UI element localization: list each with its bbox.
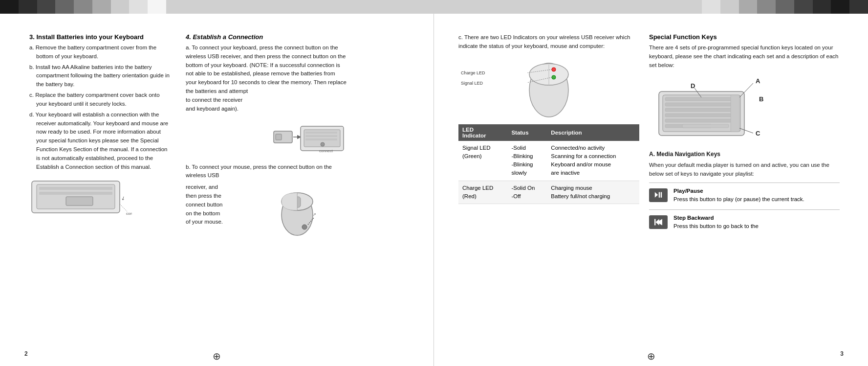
svg-rect-4: [39, 192, 112, 195]
section3-item-d: d. Your keyboard will establish a connec…: [29, 111, 171, 172]
media-nav-title: A. Media Navigation Keys: [649, 150, 840, 159]
color-swatches-right: [702, 0, 868, 14]
step-backward-svg: [653, 218, 663, 226]
section4-column: 4. Establish a Connection a. To connect …: [186, 33, 347, 241]
swatch: [794, 0, 813, 14]
table-row: Charge LED(Red) -Solid On-Off Charging m…: [458, 181, 639, 204]
swatch: [148, 0, 166, 14]
section4-title: 4. Establish a Connection: [186, 33, 347, 41]
step-backward-key: Step Backward Press this button to go ba…: [649, 209, 840, 235]
special-function-title: Special Function Keys: [649, 33, 840, 41]
svg-point-22: [302, 225, 307, 229]
svg-point-29: [552, 75, 556, 79]
play-pause-text: Play/Pause Press this button to play (or…: [673, 187, 804, 204]
play-pause-label: Play/Pause: [673, 187, 804, 195]
led-desc-charge: Charging mouseBattery full/not charging: [547, 181, 639, 204]
svg-rect-3: [39, 187, 112, 190]
svg-text:Signal LED: Signal LED: [461, 81, 483, 86]
svg-text:connect: connect: [319, 149, 333, 153]
svg-text:B: B: [759, 95, 763, 103]
keyboard-abcd-svg: A B C D: [649, 74, 766, 143]
section4-item-a: a. To connect your keyboard, press the c…: [186, 44, 347, 114]
left-page-columns: 3. Install Batteries into your Keyboard …: [29, 33, 409, 241]
svg-rect-37: [665, 103, 738, 106]
led-indicator-signal: Signal LED(Green): [458, 141, 507, 181]
mouse-connect-area: receiver, andthen press theconnect butto…: [186, 183, 347, 241]
svg-line-44: [739, 83, 753, 97]
swatch: [849, 0, 868, 14]
svg-rect-42: [682, 124, 729, 128]
page-number-right: 3: [840, 350, 844, 357]
svg-rect-2: [66, 197, 93, 206]
svg-text:C: C: [756, 130, 760, 137]
swatch: [55, 0, 74, 14]
swatch: [813, 0, 831, 14]
section4-item-b-text: b. To connect your mouse, press the conn…: [186, 163, 347, 181]
led-section: c. There are two LED Indicators on your …: [458, 33, 639, 351]
svg-text:↗: ↗: [313, 212, 316, 217]
svg-marker-56: [655, 219, 659, 226]
swatch: [776, 0, 794, 14]
section3-title: 3. Install Batteries into your Keyboard: [29, 33, 171, 41]
swatch: [37, 0, 56, 14]
svg-rect-40: [665, 119, 738, 122]
swatch: [129, 0, 148, 14]
page-container: ⊕ ⊕ 3. Install Batteries into your Keybo…: [0, 14, 868, 366]
svg-rect-50: [731, 95, 739, 132]
svg-text:Charge LED: Charge LED: [461, 70, 485, 75]
svg-rect-39: [665, 114, 738, 117]
mouse-svg: ↗: [273, 183, 322, 239]
play-pause-icon: [649, 188, 668, 202]
led-intro: c. There are two LED Indicators on your …: [458, 33, 639, 51]
swatch: [831, 0, 849, 14]
svg-text:↙: ↙: [120, 195, 126, 202]
swatch: [702, 0, 720, 14]
svg-rect-15: [305, 138, 337, 140]
step-backward-icon: [649, 215, 668, 229]
led-table: LEDIndicator Status Description Signal L…: [458, 124, 639, 205]
play-pause-key: Play/Pause Press this button to play (or…: [649, 183, 840, 208]
color-swatches-left: [0, 0, 166, 14]
led-status-charge: -Solid On-Off: [507, 181, 547, 204]
svg-text:connect btn: connect btn: [126, 211, 132, 216]
svg-rect-38: [665, 108, 738, 112]
table-header-description: Description: [547, 124, 639, 141]
svg-rect-53: [661, 192, 662, 198]
page-number-left: 2: [24, 350, 28, 357]
left-page: ⊕ ⊕ 3. Install Batteries into your Keybo…: [0, 14, 434, 366]
step-backward-desc: Press this button to go back to the: [673, 223, 759, 229]
section3-item-b: b. Install two AA Alkaline batteries int…: [29, 63, 171, 89]
svg-rect-54: [654, 219, 655, 226]
svg-text:A: A: [756, 77, 760, 85]
svg-line-6: [120, 204, 127, 211]
mouse-led-svg: Charge LED Signal LED: [458, 56, 586, 119]
led-desc-signal: Connected/no activityScanning for a conn…: [547, 141, 639, 181]
section4-item-b-cont: receiver, andthen press theconnect butto…: [186, 183, 269, 227]
svg-point-16: [321, 142, 325, 146]
play-pause-svg: [653, 191, 663, 199]
section3-column: 3. Install Batteries into your Keyboard …: [29, 33, 171, 241]
crosshair-bottom: ⊕: [213, 350, 221, 362]
section3-list: a. Remove the battery compartment cover …: [29, 44, 171, 171]
svg-point-28: [552, 68, 556, 71]
section3-item-c: c. Replace the battery compartment cover…: [29, 91, 171, 109]
swatch: [19, 0, 37, 14]
svg-rect-14: [305, 135, 337, 137]
led-indicator-charge: Charge LED(Red): [458, 181, 507, 204]
swatch: [92, 0, 111, 14]
play-pause-desc: Press this button to play (or pause) the…: [673, 196, 804, 202]
swatch: [757, 0, 776, 14]
mouse-illustration: ↗: [273, 183, 322, 241]
table-header-status: Status: [507, 124, 547, 141]
section3-item-a: a. Remove the battery compartment cover …: [29, 44, 171, 61]
led-status-signal: -Solid-Blinking-Blinkingslowly: [507, 141, 547, 181]
special-function-section: Special Function Keys There are 4 sets o…: [649, 33, 840, 351]
kb-usb-svg: connect: [269, 116, 347, 158]
special-function-intro: There are 4 sets of pre-programmed speci…: [649, 44, 840, 69]
svg-rect-36: [665, 97, 738, 101]
svg-rect-13: [305, 132, 337, 134]
swatch: [739, 0, 758, 14]
crosshair-left: ⊕: [0, 184, 0, 196]
swatch: [111, 0, 130, 14]
step-backward-label: Step Backward: [673, 214, 759, 222]
